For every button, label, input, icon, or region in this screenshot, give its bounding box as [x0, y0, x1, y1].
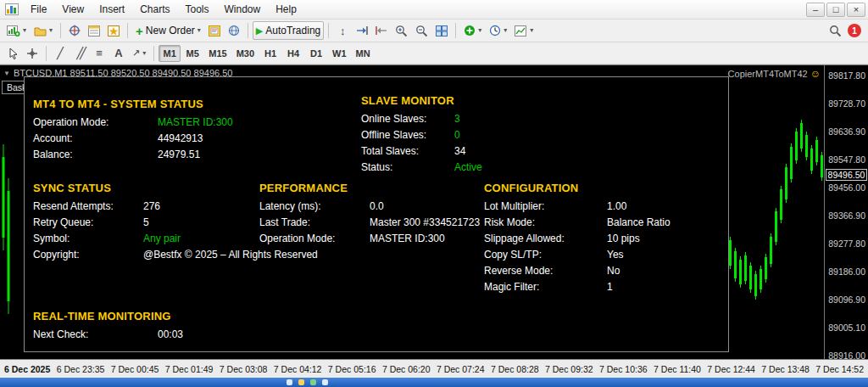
text-tool-button[interactable]: A — [109, 44, 128, 63]
menu-help[interactable]: Help — [268, 1, 304, 18]
maximize-button[interactable]: □ — [826, 3, 845, 17]
chevron-down-icon: ▾ — [504, 27, 507, 34]
taskbar-icon[interactable] — [310, 379, 316, 385]
candlesticks-right — [716, 108, 824, 359]
search-button[interactable] — [826, 21, 845, 40]
community-button[interactable] — [225, 21, 243, 40]
fibonacci-button[interactable]: ≡ — [90, 44, 108, 63]
navigator-button[interactable] — [104, 21, 123, 40]
close-button[interactable]: × — [847, 3, 865, 17]
menu-file[interactable]: File — [23, 1, 54, 18]
price-tick: 89817.80 — [828, 70, 865, 81]
notification-badge[interactable]: 1 — [848, 24, 861, 37]
auto-scroll-button[interactable] — [353, 21, 371, 40]
market-watch-button[interactable] — [65, 21, 84, 40]
chevron-down-icon: ▾ — [142, 50, 146, 57]
timeframe-w1[interactable]: W1 — [328, 45, 351, 62]
timeframe-m30[interactable]: M30 — [232, 45, 259, 62]
status-row: Next Check:00:03 — [33, 327, 183, 343]
taskbar-icons — [287, 379, 328, 385]
search-icon — [829, 25, 842, 37]
chevron-down-icon: ▾ — [49, 27, 53, 34]
menu-view[interactable]: View — [54, 1, 92, 18]
row-label: Operation Mode: — [259, 231, 370, 247]
time-axis[interactable]: 6 Dec 2025 6 Dec 23:35 7 Dec 00:45 7 Dec… — [0, 359, 868, 378]
row-label: Operation Mode: — [33, 115, 158, 131]
ea-smiley-icon[interactable]: ☺ — [810, 68, 821, 80]
menu-charts[interactable]: Charts — [132, 1, 177, 18]
chart-shift-button[interactable] — [372, 21, 391, 40]
chart-area[interactable]: ▼ BTCUSD,M1 89511.50 89520.50 89490.50 8… — [0, 65, 824, 359]
section-realtime-monitoring: REAL-TIME MONITORING Next Check:00:03 — [33, 310, 183, 343]
new-order-label: New Order — [146, 25, 195, 36]
new-order-button[interactable]: + New Order ▾ — [132, 21, 204, 40]
timeframe-h1[interactable]: H1 — [259, 45, 281, 62]
taskbar-icon[interactable] — [322, 379, 328, 385]
minimize-button[interactable]: – — [806, 3, 825, 17]
price-scale[interactable]: 89817.80 89728.70 89636.90 89547.80 8949… — [824, 65, 868, 359]
profiles-button[interactable]: ▾ — [31, 21, 56, 40]
os-taskbar[interactable] — [0, 378, 868, 387]
trendline-button[interactable]: ╱ — [51, 44, 70, 63]
new-chart-icon — [7, 25, 20, 36]
taskbar-icon[interactable] — [298, 379, 304, 385]
clock-icon — [489, 25, 501, 36]
autotrading-label: AutoTrading — [265, 25, 320, 36]
menu-window[interactable]: Window — [217, 1, 269, 18]
time-label: 7 Dec 03:08 — [220, 364, 268, 374]
status-row: Risk Mode:Balance Ratio — [484, 215, 670, 231]
crosshair-icon — [26, 48, 38, 59]
timeframe-mn[interactable]: MN — [352, 45, 375, 62]
chart-menu-caret-icon[interactable]: ▼ — [3, 70, 10, 77]
indicators-button[interactable]: ▾ — [460, 21, 485, 40]
chart-window: ▼ BTCUSD,M1 89511.50 89520.50 89490.50 8… — [0, 64, 868, 378]
text-tool-icon: A — [114, 48, 122, 59]
performance-title: PERFORMANCE — [259, 182, 480, 194]
scale-fix-button[interactable]: ↕ — [333, 21, 352, 40]
data-window-button[interactable] — [85, 21, 103, 40]
timeframe-h4[interactable]: H4 — [282, 45, 304, 62]
zoom-in-button[interactable] — [392, 21, 411, 40]
row-label: Copy SL/TP: — [484, 247, 607, 263]
row-label: Magic Filter: — [484, 279, 607, 295]
row-value: 5 — [143, 215, 149, 231]
time-label: 7 Dec 11:40 — [654, 364, 701, 374]
section-system-status: MT4 TO MT4 - SYSTEM STATUS Operation Mod… — [33, 98, 233, 163]
cursor-button[interactable] — [3, 44, 22, 63]
status-row: Operation Mode:MASTER ID:300 — [33, 115, 233, 131]
zoom-out-button[interactable] — [412, 21, 431, 40]
navigator-icon — [108, 25, 120, 36]
autotrading-button[interactable]: ▶ AutoTrading — [253, 21, 324, 40]
timeframe-d1[interactable]: D1 — [305, 45, 327, 62]
row-label: Status: — [361, 160, 454, 176]
crosshair-button[interactable] — [23, 44, 42, 63]
row-value: @Bestfx © 2025 – All Rights Reserved — [143, 247, 318, 263]
status-row: Copy SL/TP:Yes — [484, 247, 670, 263]
auto-scroll-icon — [356, 25, 368, 36]
taskbar-icon[interactable] — [287, 379, 292, 385]
toolbar-separator — [60, 23, 61, 38]
price-tick: 89277.80 — [828, 238, 865, 249]
timeframe-m5[interactable]: M5 — [181, 45, 203, 62]
toolbar-separator — [248, 23, 248, 38]
status-row: Slippage Allowed:10 pips — [484, 231, 670, 247]
timeframe-m1[interactable]: M1 — [159, 45, 181, 62]
tile-windows-button[interactable] — [432, 21, 451, 40]
channel-button[interactable]: ╱╱ — [70, 44, 89, 63]
periods-button[interactable]: ▾ — [486, 21, 510, 40]
menu-tools[interactable]: Tools — [178, 1, 217, 18]
time-label: 7 Dec 12:44 — [707, 364, 755, 374]
toolbar-separator — [328, 23, 329, 38]
time-label: 6 Dec 23:35 — [57, 364, 105, 374]
menu-insert[interactable]: Insert — [92, 1, 132, 18]
status-row: Balance:24979.51 — [33, 147, 233, 163]
metaeditor-button[interactable] — [205, 21, 224, 40]
new-chart-button[interactable]: ▾ — [3, 21, 30, 40]
time-label: 7 Dec 00:45 — [111, 364, 159, 374]
arrows-tool-button[interactable]: ↗ ▾ — [129, 44, 149, 63]
timeframe-m15[interactable]: M15 — [204, 45, 231, 62]
row-value: Master 300 #334521723 — [370, 215, 480, 231]
standard-toolbar: ▾ ▾ + New Order ▾ ▶ AutoTrading ↕ — [0, 20, 868, 42]
time-label: 7 Dec 10:36 — [599, 364, 648, 374]
templates-button[interactable]: ▾ — [511, 21, 537, 40]
